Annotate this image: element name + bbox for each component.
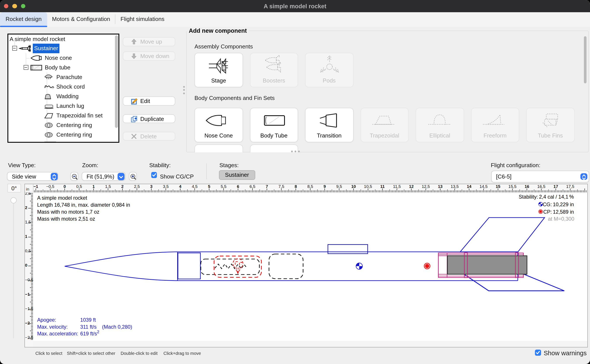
svg-text:2,5: 2,5: [134, 184, 139, 189]
svg-text:16: 16: [524, 184, 529, 189]
svg-text:−0,5: −0,5: [46, 184, 54, 189]
svg-text:10,5: 10,5: [364, 184, 372, 189]
svg-text:13: 13: [438, 184, 442, 189]
svg-text:1: 1: [25, 234, 27, 239]
svg-text:−2,5: −2,5: [25, 335, 33, 340]
svg-text:0: 0: [25, 263, 27, 267]
svg-text:7: 7: [266, 184, 268, 189]
svg-text:4: 4: [179, 184, 181, 189]
svg-text:12,5: 12,5: [422, 184, 430, 189]
svg-text:1039 ft: 1039 ft: [80, 317, 96, 323]
svg-text:2: 2: [25, 205, 27, 210]
svg-text:Max. velocity:: Max. velocity:: [37, 324, 67, 330]
svg-text:11,5: 11,5: [393, 184, 401, 189]
svg-text:10: 10: [351, 184, 355, 189]
svg-text:13,5: 13,5: [450, 184, 458, 189]
svg-text:Max. acceleration:: Max. acceleration:: [37, 331, 78, 337]
svg-text:0,5: 0,5: [25, 248, 31, 253]
svg-text:11: 11: [380, 184, 385, 189]
svg-text:4,5: 4,5: [192, 184, 197, 189]
svg-text:1,5: 1,5: [25, 220, 31, 224]
svg-text:−0,5: −0,5: [25, 278, 33, 282]
svg-text:7,5: 7,5: [278, 184, 284, 189]
svg-text:311 ft/s: 311 ft/s: [80, 324, 96, 330]
svg-text:16,5: 16,5: [537, 184, 545, 189]
svg-text:3: 3: [150, 184, 152, 189]
svg-text:−2: −2: [25, 321, 30, 325]
svg-text:at M=0,300: at M=0,300: [548, 216, 574, 222]
svg-text:−1: −1: [25, 292, 30, 297]
svg-text:−1: −1: [33, 184, 38, 189]
svg-text:12: 12: [409, 184, 413, 189]
svg-text:1,5: 1,5: [105, 184, 111, 189]
svg-text:1: 1: [92, 184, 95, 189]
svg-text:2: 2: [121, 184, 123, 189]
svg-text:619 ft/s2: 619 ft/s2: [80, 330, 99, 337]
svg-text:9,5: 9,5: [336, 184, 342, 189]
svg-text:in: in: [26, 187, 29, 191]
svg-text:0,5: 0,5: [76, 184, 82, 189]
svg-text:Apogee:: Apogee:: [37, 317, 56, 323]
svg-text:(Mach 0,280): (Mach 0,280): [102, 324, 132, 330]
svg-text:14,5: 14,5: [479, 184, 487, 189]
svg-text:CG: 10,229 in: CG: 10,229 in: [543, 202, 574, 207]
svg-text:Mass with no motors 1,7 oz: Mass with no motors 1,7 oz: [37, 209, 99, 215]
svg-text:A simple model rocket: A simple model rocket: [37, 195, 87, 201]
svg-text:CP: 12,589 in: CP: 12,589 in: [543, 209, 574, 215]
svg-text:6: 6: [237, 184, 239, 189]
svg-text:17: 17: [553, 184, 558, 189]
svg-text:5,5: 5,5: [221, 184, 226, 189]
svg-text:8,5: 8,5: [307, 184, 313, 189]
svg-text:Stability: 2,4 cal / 14,1 %: Stability: 2,4 cal / 14,1 %: [519, 194, 574, 200]
svg-text:5: 5: [208, 184, 210, 189]
svg-text:14: 14: [467, 184, 471, 189]
svg-text:Mass with motors 2,51 oz: Mass with motors 2,51 oz: [37, 216, 95, 222]
svg-text:3,5: 3,5: [163, 184, 168, 189]
svg-text:6,5: 6,5: [249, 184, 255, 189]
svg-text:Length 16,748 in, max. diamete: Length 16,748 in, max. diameter 0,984 in: [37, 202, 130, 208]
svg-text:−1,5: −1,5: [25, 306, 33, 311]
svg-text:9: 9: [323, 184, 326, 189]
svg-text:0: 0: [63, 184, 66, 189]
svg-text:8: 8: [294, 184, 297, 189]
svg-text:15: 15: [495, 184, 500, 189]
svg-text:15,5: 15,5: [508, 184, 516, 189]
svg-text:17,5: 17,5: [566, 184, 574, 189]
